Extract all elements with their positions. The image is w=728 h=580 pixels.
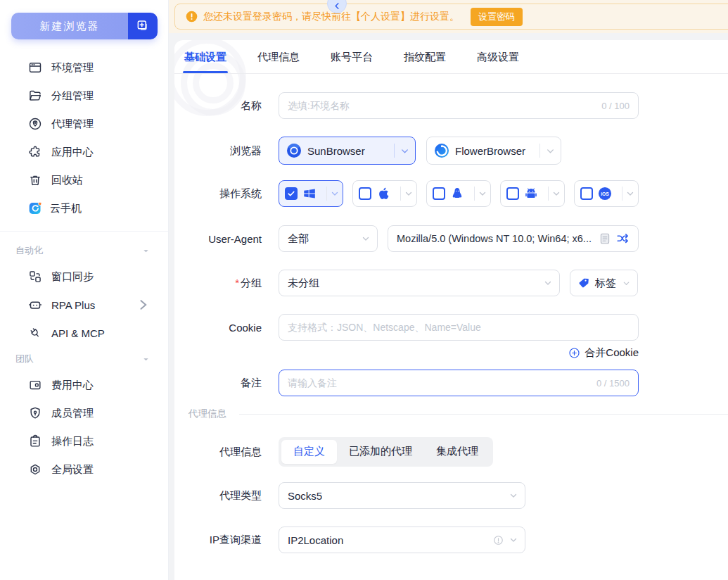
segment-added-proxies[interactable]: 已添加的代理 [337,440,424,464]
plus-circle-icon [568,347,580,359]
group-select[interactable]: 未分组 [279,270,560,296]
sidebar-item-billing[interactable]: 费用中心 [0,371,168,399]
sidebar-item-groups[interactable]: 分组管理 [0,82,168,110]
sidebar-item-environment[interactable]: 环境管理 [0,53,168,82]
browser-option-flowerbrowser[interactable]: FlowerBrowser [426,137,561,165]
sidebar-item-label: RPA Plus [51,299,95,311]
sidebar-item-cloud-phone[interactable]: 云手机 [0,194,168,222]
robot-icon [28,298,42,312]
sidebar-section-team[interactable]: 团队 [0,347,168,371]
ip-channel-select[interactable]: IP2Location [279,527,525,553]
os-option-ios[interactable]: iOS [574,180,639,207]
group-label: *分组 [174,277,262,290]
sidebar-item-proxy[interactable]: 代理管理 [0,110,168,138]
row-browser: 浏览器 SunBrowser FlowerBrowser [174,137,728,165]
section-label: 团队 [15,353,34,365]
info-icon [493,535,504,546]
cloud-phone-app-icon [28,201,42,215]
os-option-android[interactable] [500,180,565,207]
ua-filter-select[interactable]: 全部 [279,225,378,252]
window-sync-icon [28,270,42,284]
proxy-type-select[interactable]: Socks5 [279,482,525,509]
sidebar-item-window-sync[interactable]: 窗口同步 [0,263,168,291]
row-proxy-type: 代理类型 Socks5 [174,482,728,509]
apple-logo-icon [376,187,390,201]
check-icon [287,189,295,198]
tab-advanced-settings[interactable]: 高级设置 [477,51,519,73]
row-os: 操作系统 [174,180,728,207]
main-area: 您还未设置登录密码，请尽快前往【个人设置】进行设置。 设置密码 基础设置 代理信… [169,0,728,580]
sidebar-item-trash[interactable]: 回收站 [0,166,168,194]
svg-text:iOS: iOS [601,191,609,196]
sidebar-item-apps[interactable]: 应用中心 [0,138,168,166]
quick-create-button[interactable] [128,13,158,39]
segment-custom[interactable]: 自定义 [281,440,337,464]
linux-checkbox[interactable] [433,187,445,200]
macos-checkbox[interactable] [359,187,371,200]
warning-banner: 您还未设置登录密码，请尽快前往【个人设置】进行设置。 设置密码 [174,4,728,30]
proxy-mode-segmented: 自定义 已添加的代理 集成代理 [279,437,493,467]
android-checkbox[interactable] [506,187,519,200]
content-panel: 基础设置 代理信息 账号平台 指纹配置 高级设置 名称 0 / 100 [174,40,728,580]
sidebar-item-rpa-plus[interactable]: RPA Plus [0,291,168,319]
remark-input[interactable] [288,377,591,389]
proxy-type-value: Socks5 [288,490,322,502]
set-password-button[interactable]: 设置密码 [471,8,523,26]
chevron-down-icon [142,355,150,363]
new-browser-button-label[interactable]: 新建浏览器 [11,13,128,39]
browser-plus-icon [136,19,150,33]
sidebar-item-label: 应用中心 [51,146,94,159]
puzzle-icon [28,145,42,159]
tab-proxy-info[interactable]: 代理信息 [257,51,300,73]
sidebar-item-label: 成员管理 [51,407,94,420]
browser-option-sunbrowser[interactable]: SunBrowser [279,137,416,165]
os-option-linux[interactable] [426,180,491,207]
linux-logo-icon [450,187,464,201]
windows-checkbox[interactable] [285,187,298,200]
sidebar-item-api-mcp[interactable]: API & MCP [0,319,168,347]
sidebar-item-logs[interactable]: 操作日志 [0,427,168,455]
sidebar-item-label: 环境管理 [51,61,94,75]
ua-value[interactable]: Mozilla/5.0 (Windows NT 10.0; Win64; x6.… [397,233,594,244]
sidebar-section-automation[interactable]: 自动化 [0,239,168,263]
name-input[interactable] [288,100,596,111]
tab-fingerprint-config[interactable]: 指纹配置 [404,51,446,73]
sidebar-item-members[interactable]: 成员管理 [0,399,168,427]
chevron-down-icon [509,536,518,544]
chevron-down-icon [544,279,552,287]
sunbrowser-icon [286,143,302,158]
ua-input-wrap: Mozilla/5.0 (Windows NT 10.0; Win64; x6.… [388,225,639,252]
remark-label: 备注 [174,377,262,390]
sidebar-menu: 环境管理 分组管理 代理管理 应用中心 回收站 [0,53,168,484]
tab-basic-settings[interactable]: 基础设置 [184,51,226,73]
group-value: 未分组 [288,277,319,290]
browser-label: 浏览器 [174,144,262,158]
shield-key-icon [28,406,42,420]
sidebar-item-global-settings[interactable]: 全局设置 [0,455,168,484]
ios-checkbox[interactable] [580,187,593,200]
tag-select-button[interactable]: 标签 [570,270,638,296]
chevron-left-icon [333,1,341,11]
os-option-windows[interactable] [279,180,343,207]
chevron-down-icon [622,279,630,287]
sidebar-item-label: 窗口同步 [51,270,94,284]
os-option-macos[interactable] [352,180,417,207]
name-input-wrap: 0 / 100 [279,92,639,119]
merge-cookie-link[interactable]: 合并Cookie [279,346,639,360]
row-group: *分组 未分组 标签 [174,270,728,296]
document-icon [599,232,611,245]
ip-channel-label: IP查询渠道 [174,534,262,547]
new-browser-button[interactable]: 新建浏览器 [11,13,158,39]
segment-integrated-proxy[interactable]: 集成代理 [424,440,490,464]
browser-window-icon [28,61,42,75]
chevron-down-icon [331,189,339,198]
plug-icon [28,326,42,340]
sidebar-item-label: 全局设置 [51,463,94,477]
sidebar: 新建浏览器 环境管理 分组管理 代理管理 [0,0,169,580]
clipboard-icon [28,434,42,448]
randomize-ua-button[interactable] [616,233,630,245]
cookie-input[interactable] [288,322,630,333]
copy-ua-button[interactable] [599,232,611,245]
chevron-down-icon [552,189,561,198]
tab-account-platform[interactable]: 账号平台 [331,51,373,73]
